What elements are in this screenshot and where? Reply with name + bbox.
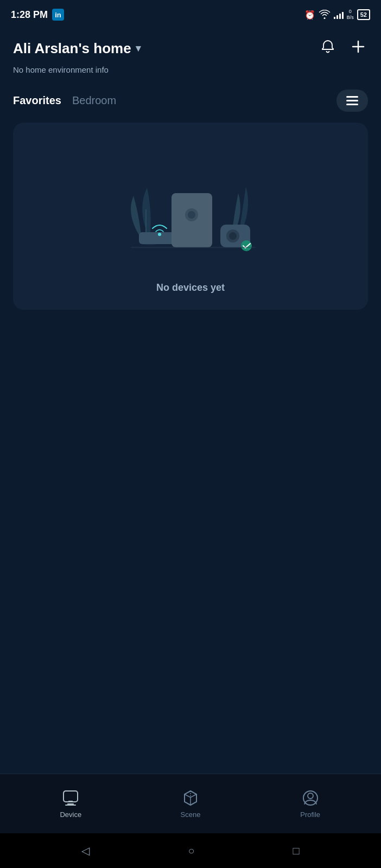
illustration <box>24 139 357 269</box>
h-line-2 <box>346 100 358 101</box>
hamburger-icon <box>346 96 358 105</box>
env-info: No home environment info <box>13 65 368 74</box>
back-button[interactable]: ◁ <box>77 840 94 861</box>
tab-favorites[interactable]: Favorites <box>13 94 61 107</box>
scene-icon <box>181 789 200 807</box>
profile-icon <box>301 789 320 807</box>
nav-profile-label: Profile <box>300 810 320 819</box>
status-right: ⏰ 0B/s 52 <box>304 9 370 21</box>
svg-point-8 <box>188 211 195 219</box>
bar1 <box>334 17 335 19</box>
notification-button[interactable] <box>318 37 338 60</box>
tab-bedroom[interactable]: Bedroom <box>72 94 116 107</box>
system-nav: ◁ ○ □ <box>0 833 381 868</box>
linkedin-icon: in <box>52 9 64 21</box>
header-top: Ali Arslan's home ▾ <box>13 37 368 60</box>
h-line-3 <box>346 104 358 105</box>
recents-button[interactable]: □ <box>288 840 303 861</box>
plus-icon <box>351 39 366 54</box>
h-line-1 <box>346 96 358 98</box>
nav-item-scene[interactable]: Scene <box>131 789 251 819</box>
bell-icon <box>320 39 335 54</box>
wifi-icon <box>319 10 331 20</box>
header: Ali Arslan's home ▾ No home environment … <box>0 28 381 81</box>
device-icon <box>61 789 80 807</box>
nav-item-device[interactable]: Device <box>11 789 131 819</box>
bar3 <box>339 14 341 19</box>
signal-bars <box>334 10 344 19</box>
header-actions <box>318 37 368 60</box>
nav-item-profile[interactable]: Profile <box>250 789 370 819</box>
status-bar: 1:28 PM in ⏰ 0B/s 52 <box>0 0 381 28</box>
main-content: No devices yet <box>0 118 381 774</box>
battery-icon: 52 <box>357 9 370 20</box>
bar2 <box>336 15 338 19</box>
devices-card: No devices yet <box>13 123 368 310</box>
tabs-section: Favorites Bedroom <box>0 81 381 118</box>
add-button[interactable] <box>348 37 368 60</box>
svg-point-11 <box>229 232 237 240</box>
nav-device-label: Device <box>60 810 81 819</box>
empty-state-illustration <box>104 144 277 269</box>
home-button[interactable]: ○ <box>183 840 199 861</box>
status-time: 1:28 PM <box>11 9 48 21</box>
alarm-icon: ⏰ <box>304 10 315 20</box>
svg-point-5 <box>158 233 161 236</box>
dropdown-arrow-icon: ▾ <box>136 42 141 54</box>
menu-button[interactable] <box>336 90 368 112</box>
bar4 <box>342 12 344 19</box>
bottom-nav: Device Scene Profile <box>0 774 381 833</box>
speed-text: 0B/s <box>347 9 354 21</box>
svg-rect-14 <box>63 791 78 802</box>
home-title-text: Ali Arslan's home <box>13 40 131 57</box>
no-devices-text: No devices yet <box>156 282 225 293</box>
svg-rect-17 <box>68 801 73 802</box>
home-title[interactable]: Ali Arslan's home ▾ <box>13 40 141 57</box>
status-left: 1:28 PM in <box>11 9 64 21</box>
svg-point-19 <box>308 793 313 799</box>
nav-scene-label: Scene <box>181 810 201 819</box>
